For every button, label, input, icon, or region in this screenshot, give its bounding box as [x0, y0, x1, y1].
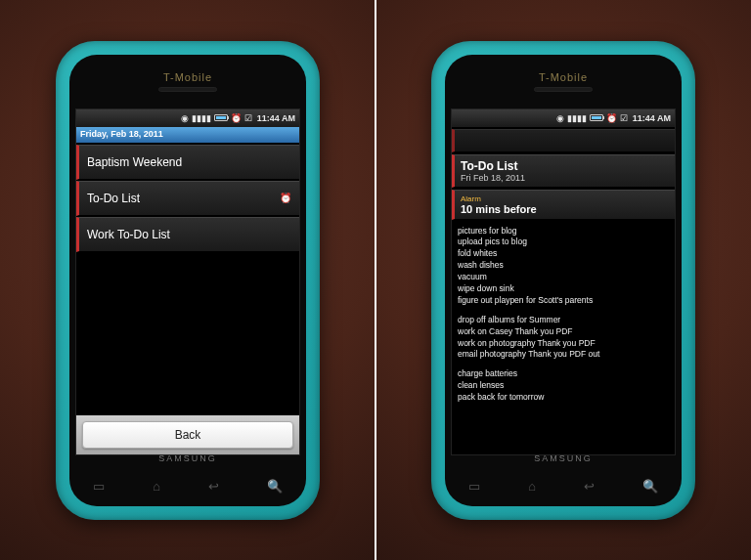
note-line: figure out playpen for Scott's parents: [458, 295, 669, 307]
event-title: To-Do List: [87, 192, 140, 205]
alarm-field[interactable]: Alarm 10 mins before: [452, 190, 675, 220]
note-line: pack back for tomorrow: [458, 392, 669, 404]
event-detail: To-Do List Fri Feb 18, 2011 Alarm 10 min…: [452, 127, 675, 454]
status-time: 11:44 AM: [257, 113, 295, 123]
menu-key-icon[interactable]: ▭: [93, 479, 105, 494]
note-line: drop off albums for Summer: [458, 315, 669, 326]
carrier-label: T-Mobile: [163, 71, 212, 83]
photo-right: T-Mobile ◉ ▮▮▮▮ ⏰ ☑ 11:44 AM To-Do List …: [376, 0, 751, 560]
notes-group: drop off albums for Summer work on Casey…: [458, 315, 669, 362]
note-line: charge batteries: [458, 368, 669, 380]
event-title: Work To-Do List: [87, 228, 170, 241]
speaker-grille: [158, 87, 217, 92]
note-line: wipe down sink: [458, 283, 669, 295]
screen: ◉ ▮▮▮▮ ⏰ ☑ 11:44 AM To-Do List Fri Feb 1…: [451, 108, 676, 455]
alarm-icon: ⏰: [231, 113, 242, 123]
date-header: Friday, Feb 18, 2011: [76, 127, 299, 143]
note-line: work on Casey Thank you PDF: [458, 326, 669, 338]
event-row[interactable]: To-Do List ⏰: [76, 181, 299, 216]
event-notes: pictures for blog upload pics to blog fo…: [452, 222, 675, 415]
battery-icon: [590, 114, 603, 121]
phone-case: T-Mobile ◉ ▮▮▮▮ ⏰ ☑ 11:44 AM Friday, Feb…: [56, 41, 320, 520]
softkeys: ▭ ⌂ ↩ 🔍: [445, 467, 682, 506]
signal-icon: ▮▮▮▮: [192, 113, 211, 123]
back-key-icon[interactable]: ↩: [584, 479, 595, 494]
brand-label: SAMSUNG: [69, 453, 306, 463]
title-field[interactable]: To-Do List Fri Feb 18, 2011: [452, 154, 675, 188]
battery-icon: [214, 114, 228, 121]
note-line: upload pics to blog: [458, 237, 669, 248]
note-line: fold whites: [458, 248, 669, 260]
note-line: clean lenses: [458, 380, 669, 392]
alarm-icon: ⏰: [280, 193, 291, 203]
blank-field: [452, 129, 675, 152]
notes-group: pictures for blog upload pics to blog fo…: [458, 226, 669, 307]
carrier-label: T-Mobile: [539, 71, 588, 83]
home-key-icon[interactable]: ⌂: [153, 479, 160, 494]
back-button[interactable]: Back: [82, 421, 293, 449]
calendar-list: Baptism Weekend To-Do List ⏰ Work To-Do …: [76, 143, 299, 415]
note-line: email photography Thank you PDF out: [458, 349, 669, 361]
status-bar: ◉ ▮▮▮▮ ⏰ ☑ 11:44 AM: [76, 109, 299, 127]
photo-left: T-Mobile ◉ ▮▮▮▮ ⏰ ☑ 11:44 AM Friday, Feb…: [0, 0, 376, 560]
notes-group: charge batteries clean lenses pack back …: [458, 368, 669, 404]
softkeys: ▭ ⌂ ↩ 🔍: [69, 467, 306, 506]
check-icon: ☑: [244, 113, 252, 123]
wifi-icon: ◉: [181, 113, 189, 123]
check-icon: ☑: [620, 113, 628, 123]
back-key-icon[interactable]: ↩: [208, 479, 219, 494]
signal-icon: ▮▮▮▮: [567, 113, 587, 123]
brand-label: SAMSUNG: [445, 453, 682, 463]
event-title: To-Do List: [461, 159, 669, 173]
phone-case: T-Mobile ◉ ▮▮▮▮ ⏰ ☑ 11:44 AM To-Do List …: [431, 41, 695, 520]
bezel-top: T-Mobile: [69, 55, 306, 108]
alarm-value: 10 mins before: [461, 203, 669, 215]
event-row[interactable]: Work To-Do List: [76, 217, 299, 252]
alarm-icon: ⏰: [606, 113, 617, 123]
bezel-top: T-Mobile: [445, 55, 682, 108]
status-bar: ◉ ▮▮▮▮ ⏰ ☑ 11:44 AM: [452, 109, 675, 127]
status-time: 11:44 AM: [633, 113, 671, 123]
alarm-label: Alarm: [461, 194, 669, 203]
search-key-icon[interactable]: 🔍: [642, 479, 658, 494]
event-title: Baptism Weekend: [87, 155, 182, 169]
note-line: work on photography Thank you PDF: [458, 338, 669, 350]
event-date: Fri Feb 18, 2011: [461, 173, 669, 183]
speaker-grille: [534, 87, 593, 92]
home-key-icon[interactable]: ⌂: [528, 479, 536, 494]
note-line: pictures for blog: [458, 226, 669, 237]
wifi-icon: ◉: [556, 113, 564, 123]
search-key-icon[interactable]: 🔍: [267, 479, 283, 494]
event-row[interactable]: Baptism Weekend: [76, 145, 299, 180]
note-line: wash dishes: [458, 260, 669, 272]
screen: ◉ ▮▮▮▮ ⏰ ☑ 11:44 AM Friday, Feb 18, 2011…: [75, 108, 300, 455]
phone-body: T-Mobile ◉ ▮▮▮▮ ⏰ ☑ 11:44 AM To-Do List …: [445, 55, 682, 506]
button-bar: Back: [76, 415, 299, 454]
phone-body: T-Mobile ◉ ▮▮▮▮ ⏰ ☑ 11:44 AM Friday, Feb…: [69, 55, 306, 506]
menu-key-icon[interactable]: ▭: [468, 479, 480, 494]
note-line: vacuum: [458, 272, 669, 283]
